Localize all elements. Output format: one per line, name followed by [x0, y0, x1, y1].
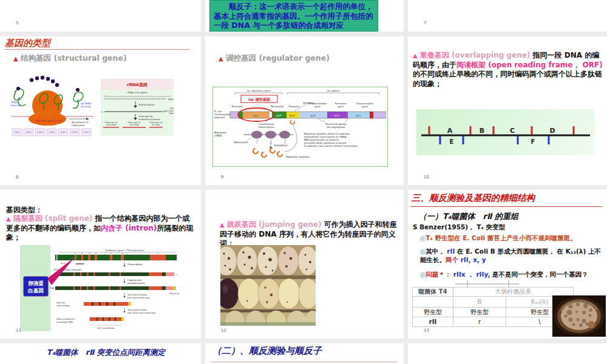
circle-bullet-icon: ◎ [420, 234, 426, 241]
map-doodle [455, 280, 522, 287]
kernel-row-middle [220, 278, 316, 309]
triangle-bullet-icon: ▲ [219, 55, 223, 62]
slide-thumbnail-16[interactable] [408, 343, 607, 364]
lacI-segment-label: lacI⁺ [253, 114, 259, 117]
promoter-label-1: Promoter [232, 105, 243, 108]
gene-bar [55, 255, 177, 260]
ribosomes-label: Ribosomes [234, 141, 248, 144]
lac-regulator-red-label: lac 调控基因 [248, 97, 270, 102]
slide-thumbnail-13[interactable]: 三、顺反测验及基因的精细结构 （一）T₄噬菌体 rⅡ 的重组 S Benzer(… [408, 190, 607, 339]
regulator-gene-heading: ▲ 调控基因 (regulator gene) [219, 53, 330, 64]
term-en: (structural gene) [53, 53, 126, 62]
svg-text:Codon: Codon [83, 131, 89, 133]
svg-text:Codon: Codon [14, 131, 20, 133]
repressor-mrna-label-2: mRNA [214, 134, 222, 137]
slide-thumbnail-11[interactable]: 基因类型： ▲ 隔裂基因 (split gene) 指一个结构基因内部为一个或更… [0, 190, 201, 339]
lacP-segment-label: lacP⁺ [276, 114, 282, 117]
svg-text:5': 5' [101, 111, 103, 113]
intron-term: 内含子 (intron) [101, 224, 157, 232]
svg-text:6: 6 [121, 252, 123, 255]
svg-text:5: 5 [110, 252, 112, 255]
structural-genes-label-2: not expressed [327, 126, 345, 129]
callout-text-2: 白基因 [28, 288, 44, 294]
rrna-gene-subtitle: rRNA (rrn) gene [127, 91, 148, 94]
slide-thumbnail-15[interactable]: （二）、顺反测验与顺反子 [205, 343, 404, 364]
term-cn: 调控基因 [226, 53, 256, 62]
movement-label-2: ribosomes [72, 124, 85, 127]
subsection-title: （一）T₄噬菌体 rⅡ 的重组 [419, 211, 518, 222]
slide-number: 12 [221, 328, 226, 333]
codon-bottom-label: GGCAA AUCGGUC [35, 120, 63, 123]
splice1-label-1: Splicing eliminates [127, 294, 147, 296]
page-title: 基因的类型 [5, 38, 50, 49]
svg-text:3': 3' [175, 274, 177, 276]
table-cell-wt: 野生型 [453, 308, 506, 317]
table-cell-wt: 野生型 [413, 308, 453, 317]
note-line-5: to operator, but cannot initiate transcr… [304, 144, 359, 147]
triangle-bullet-icon: ▲ [13, 55, 18, 62]
trna-leaving-label-2: leaving [11, 104, 21, 107]
ecoli-label-3: segment [214, 116, 225, 119]
dna-label: DNA [168, 98, 174, 101]
svg-text:Codon: Codon [37, 131, 43, 133]
ovalbumin-splicing-diagram: Ovalbumin gene, 7700 base pairs 12 34 56… [20, 245, 179, 331]
overlapping-gene-paragraph: ▲ 重叠基因 (overlapping gene) 指同一段 DNA 的编码顺序… [413, 51, 603, 89]
precursor-5s: 5S rRNA [152, 124, 161, 126]
mature-label-2: messenger RNA [56, 321, 73, 323]
slide-thumbnail-7[interactable]: 7 [408, 0, 607, 32]
intermediate-label-2: intermediate [56, 305, 70, 307]
segment-label-B: B [480, 127, 484, 135]
svg-text:gene: gene [337, 105, 344, 108]
intermediate-bar [84, 302, 131, 306]
term-cn: 隔裂基因 [13, 214, 42, 223]
svg-text:4: 4 [95, 252, 97, 255]
bullet-rii: ◎其中， rII 在 E. Coli B 形成大而圆噬菌斑， 在 K₁₂(λ) … [420, 248, 605, 264]
svg-text:Codon: Codon [49, 131, 55, 133]
triangle-bullet-icon: ▲ [6, 215, 11, 222]
extron-label: extron [76, 263, 84, 265]
slide-thumbnail-9[interactable]: ▲ 调控基因 (regulator gene) lac regulatory g… [205, 36, 404, 185]
aa-trna-label-2: arriving [81, 105, 90, 108]
transcription-label: Transcription [138, 103, 155, 106]
term-cn: 结构基因 [21, 53, 51, 62]
table-cell-rii: rII [413, 317, 453, 327]
term-cn: 重叠基因 [420, 51, 449, 59]
precursor-30s-3: RNA [169, 112, 174, 115]
plaque-petri-dish-photo [552, 295, 606, 337]
segment-label-E: E [450, 138, 454, 145]
term-en: (regulator gene) [259, 53, 330, 62]
capped-bar [55, 286, 176, 290]
callout-text-1: 卵清蛋 [27, 280, 44, 286]
precursor-23s: 23S rRNA [129, 124, 140, 126]
polya-label: Poly(A) tail [169, 292, 179, 295]
constitutive-label-2: transcription [259, 126, 275, 129]
slide-thumbnail-12[interactable]: ▲ 跳跃基因 (jumping gene) 可作为插入因子和转座因子移动的 DN… [205, 190, 404, 339]
overlap-map-panel: A B C D E F [416, 109, 594, 155]
slide-number: 5 [16, 21, 18, 25]
lac-operon-diagram: lac regulatory gene lac operon lac 调控基因 … [212, 87, 388, 167]
title-rule [210, 362, 397, 362]
segment-label-A: A [447, 127, 453, 135]
circle-bullet-icon: ◎ [420, 271, 426, 278]
primary-bar [55, 272, 174, 276]
lacZ-segment-label: lacZ⁺ [310, 114, 317, 117]
slide-number: 10 [424, 175, 429, 180]
transcription-label: Transcription [127, 263, 143, 266]
slide-thumbnail-8[interactable]: 基因的类型 ▲ 结构基因 (structural gene) tRNA leav… [0, 36, 201, 185]
cistron-section-title: （二）、顺反测验与顺反子 [212, 345, 322, 357]
slide-number: 9 [221, 175, 223, 180]
title-rule [410, 206, 602, 207]
segment-label-D: D [549, 127, 555, 135]
slide-thumbnail-14[interactable]: T₄噬菌体 rⅡ 突变位点间距离测定 [0, 343, 201, 364]
lacA-segment-label: lacA⁺ [356, 114, 362, 117]
slide-thumbnail-6[interactable]: 顺反子：这一术语表示一个起作用的单位，基本上符合通常指的基因。一个作用子所包括的… [205, 0, 404, 32]
benzer-line: S Benzer(1955)， T₄ 突变型 [413, 223, 505, 232]
slide-thumbnail-5[interactable]: 5 [0, 0, 201, 32]
slide-thumbnail-10[interactable]: ▲ 重叠基因 (overlapping gene) 指同一段 DNA 的编码顺序… [408, 36, 607, 185]
table-cell-B: B [453, 297, 506, 308]
table-cell-empty [413, 297, 453, 308]
capping-label-1: Capping and [127, 279, 141, 281]
slide-number: 7 [424, 21, 426, 25]
splice2-label-1: Splicing eliminates [127, 309, 147, 311]
cap-label: Cap [50, 287, 55, 289]
